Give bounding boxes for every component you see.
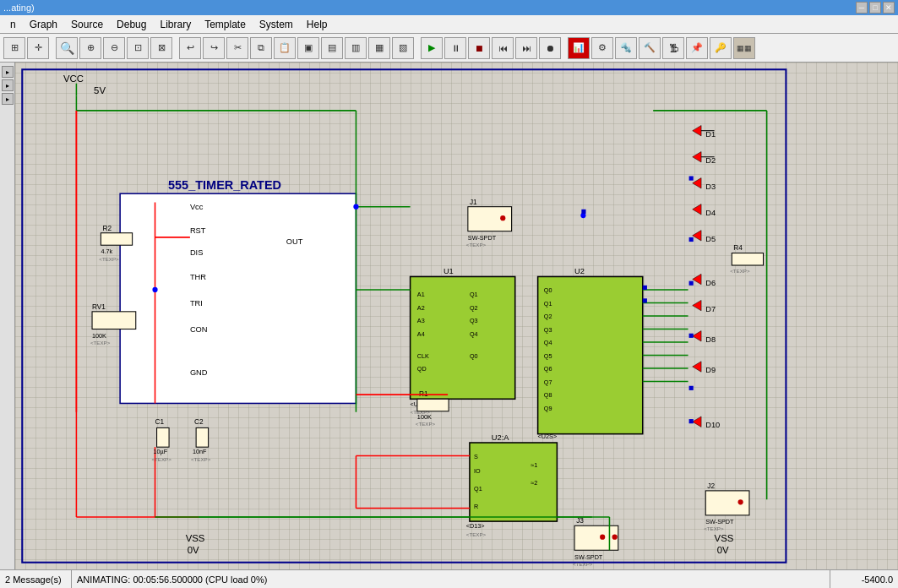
svg-marker-88 xyxy=(693,125,701,135)
svg-rect-151 xyxy=(581,210,585,214)
svg-rect-153 xyxy=(689,237,694,242)
svg-rect-59 xyxy=(538,276,643,433)
svg-rect-109 xyxy=(732,253,763,265)
toolbar-tool5-btn[interactable]: ▦▦ xyxy=(733,37,755,59)
toolbar-stepback-btn[interactable]: ⏮ xyxy=(492,37,514,59)
svg-text:CON: CON xyxy=(190,325,208,334)
svg-text:OUT: OUT xyxy=(286,237,303,246)
svg-text:D1: D1 xyxy=(705,130,716,139)
sidebar-btn-3[interactable]: ▸ xyxy=(2,93,14,105)
menu-source[interactable]: Source xyxy=(64,17,110,32)
svg-text:D6: D6 xyxy=(705,279,716,287)
menu-graph[interactable]: Graph xyxy=(23,17,64,32)
svg-text:<D13>: <D13> xyxy=(466,522,485,530)
toolbar-rec-btn[interactable]: ⏺ xyxy=(539,37,561,59)
toolbar-tool4-btn[interactable]: 🔑 xyxy=(710,37,732,59)
svg-rect-77 xyxy=(470,443,557,521)
svg-point-140 xyxy=(152,287,157,292)
svg-rect-44 xyxy=(411,276,515,399)
svg-text:5V: 5V xyxy=(94,85,106,95)
svg-text:J3: J3 xyxy=(576,517,584,525)
schematic-canvas[interactable]: VCC 5V VSS 0V VSS 0V 555_TIMER_RATED RST… xyxy=(15,63,898,569)
sidebar-btn-2[interactable]: ▸ xyxy=(2,79,14,91)
svg-text:<TEXP>: <TEXP> xyxy=(191,456,211,462)
title-bar: ...ating) ─ □ ✕ xyxy=(0,0,898,15)
svg-text:SW-SPDT: SW-SPDT xyxy=(574,553,603,561)
toolbar-redo-btn[interactable]: ↪ xyxy=(203,37,225,59)
toolbar-stepfwd-btn[interactable]: ⏭ xyxy=(515,37,537,59)
svg-text:A2: A2 xyxy=(417,304,425,312)
toolbar-block1-btn[interactable]: ▣ xyxy=(297,37,319,59)
svg-text:C1: C1 xyxy=(155,418,165,426)
menu-debug[interactable]: Debug xyxy=(110,17,153,32)
minimize-button[interactable]: ─ xyxy=(856,2,868,14)
toolbar-block5-btn[interactable]: ▧ xyxy=(392,37,414,59)
svg-text:Q1: Q1 xyxy=(544,300,552,308)
svg-text:Q4: Q4 xyxy=(470,330,478,338)
toolbar-pause-btn[interactable]: ⏸ xyxy=(444,37,466,59)
svg-text:<TEXP>: <TEXP> xyxy=(151,456,171,462)
svg-text:D3: D3 xyxy=(705,182,716,191)
status-animating: ANIMATING: 00:05:56.500000 (CPU load 0%) xyxy=(72,570,830,588)
menu-help[interactable]: Help xyxy=(300,17,335,32)
close-button[interactable]: ✕ xyxy=(883,2,895,14)
svg-text:RST: RST xyxy=(190,226,206,235)
svg-point-116 xyxy=(738,499,743,504)
toolbar-zoomsel-btn[interactable]: ⊠ xyxy=(150,37,172,59)
svg-point-121 xyxy=(600,535,605,540)
toolbar-block3-btn[interactable]: ▥ xyxy=(345,37,367,59)
menu-library[interactable]: Library xyxy=(153,17,198,32)
toolbar-tool1-btn[interactable]: 🔨 xyxy=(639,37,661,59)
toolbar-run-btn[interactable]: ▶ xyxy=(421,37,443,59)
menu-template[interactable]: Template xyxy=(198,17,253,32)
toolbar-zoomminus-btn[interactable]: ⊖ xyxy=(103,37,125,59)
status-coordinate: -5400.0 xyxy=(830,570,898,588)
svg-text:<TEXP>: <TEXP> xyxy=(466,531,487,537)
toolbar-graph-btn[interactable]: 📊 xyxy=(568,37,590,59)
svg-marker-104 xyxy=(693,331,701,341)
svg-text:D2: D2 xyxy=(705,156,716,165)
svg-text:D9: D9 xyxy=(705,366,716,374)
svg-text:Q3: Q3 xyxy=(470,317,478,324)
toolbar-paste-btn[interactable]: 📋 xyxy=(274,37,296,59)
toolbar-undo-btn[interactable]: ↩ xyxy=(179,37,201,59)
toolbar-stop-btn[interactable]: ⏹ xyxy=(468,37,490,59)
svg-point-43 xyxy=(500,215,505,220)
toolbar-cut-btn[interactable]: ✂ xyxy=(226,37,248,59)
svg-text:0V: 0V xyxy=(188,545,199,555)
toolbar-comp-btn[interactable]: 🔩 xyxy=(615,37,637,59)
menu-system[interactable]: System xyxy=(253,17,300,32)
maximize-button[interactable]: □ xyxy=(869,2,881,14)
svg-text:10nF: 10nF xyxy=(193,448,207,455)
toolbar-copy-btn[interactable]: ⧉ xyxy=(250,37,272,59)
toolbar-block2-btn[interactable]: ▤ xyxy=(321,37,343,59)
svg-text:GND: GND xyxy=(190,368,208,377)
toolbar-add-btn[interactable]: ✛ xyxy=(27,37,49,59)
svg-text:D7: D7 xyxy=(705,305,716,313)
svg-marker-106 xyxy=(693,362,701,372)
toolbar-tool2-btn[interactable]: 🗜 xyxy=(662,37,684,59)
svg-text:D10: D10 xyxy=(705,421,720,429)
toolbar-tool3-btn[interactable]: 📌 xyxy=(686,37,708,59)
toolbar-zoomin-btn[interactable]: 🔍 xyxy=(56,37,78,59)
toolbar-zoomplus-btn[interactable]: ⊕ xyxy=(79,37,101,59)
toolbar-probe-btn[interactable]: ⚙ xyxy=(591,37,613,59)
svg-point-122 xyxy=(612,535,618,540)
svg-rect-152 xyxy=(689,176,694,180)
svg-text:R: R xyxy=(474,503,478,510)
svg-text:<TEXP>: <TEXP> xyxy=(573,561,593,567)
toolbar-zoomfit-btn[interactable]: ⊡ xyxy=(127,37,149,59)
svg-text:VSS: VSS xyxy=(186,533,205,543)
svg-text:Q6: Q6 xyxy=(544,365,552,373)
toolbar-grid-btn[interactable]: ⊞ xyxy=(3,37,25,59)
svg-rect-150 xyxy=(643,298,647,302)
status-messages: 2 Message(s) xyxy=(0,570,72,588)
svg-text:Q9: Q9 xyxy=(544,405,552,412)
svg-text:SW-SPDT: SW-SPDT xyxy=(705,518,734,525)
menu-n[interactable]: n xyxy=(3,17,23,32)
svg-rect-23 xyxy=(101,233,132,245)
svg-rect-149 xyxy=(643,286,647,290)
sidebar-btn-1[interactable]: ▸ xyxy=(2,66,14,78)
toolbar-block4-btn[interactable]: ▦ xyxy=(368,37,390,59)
svg-point-141 xyxy=(353,204,358,210)
